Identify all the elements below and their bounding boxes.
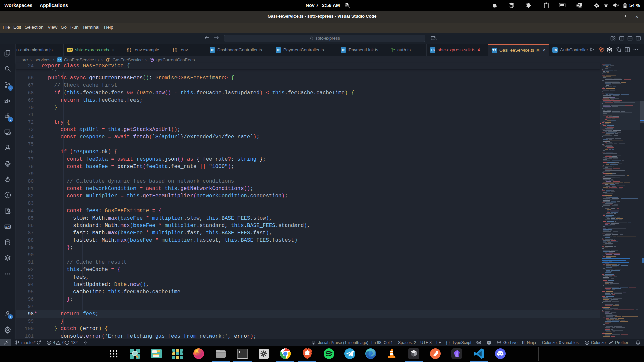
svg-text:4c: 4c: [488, 341, 490, 344]
